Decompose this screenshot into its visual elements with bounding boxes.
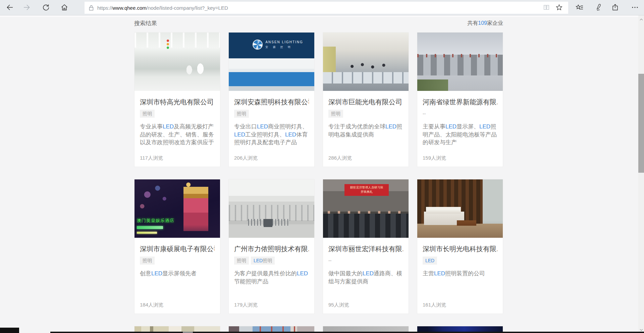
text-segment: 照明 <box>143 111 152 116</box>
company-card-body: 深圳市巨能光电有限公司 照明 专注于成为优质的全球LED照明电器集成提供商 28… <box>323 91 409 167</box>
company-card-body: 深圳市丽世宏洋科技有限... -- 做中国最大的LED通路商、模组与方案提供商 … <box>323 238 409 314</box>
company-name[interactable]: 深圳市特高光电有限公司 <box>140 98 215 107</box>
company-photo[interactable] <box>229 179 314 238</box>
text-segment: 显示屏领先者 <box>162 270 197 277</box>
add-favorite-button[interactable] <box>553 2 566 13</box>
led-highlight-text: LED <box>163 123 174 130</box>
lock-icon <box>89 5 94 11</box>
company-photo[interactable] <box>417 33 503 91</box>
led-highlight-text: LED <box>479 123 490 130</box>
photo-company-sign: ANSEN LIGHTING安 森 照 明 <box>253 40 303 50</box>
reading-view-book-icon <box>543 4 550 12</box>
chevron-up-icon <box>639 16 643 22</box>
company-card-body: 深圳市康硕展电子有限公司 照明 创意LED显示屏领先者 184人浏览 <box>135 238 220 314</box>
company-tags: LED <box>423 257 497 265</box>
company-tags: 照明 <box>328 110 403 118</box>
text-segment: 工业照明灯具、 <box>245 131 285 138</box>
company-card-body: 深圳安森照明科技有限公司 照明 专业出口LED商业照明灯具、LED工业照明灯具、… <box>229 91 314 167</box>
favorite-star-icon <box>555 4 563 12</box>
company-description: 专业从事LED及高频无极灯产品的研发、生产、销售、服务以及市政照明改造方案供应于… <box>140 123 215 147</box>
company-tags: 照明LED照明 <box>234 257 309 265</box>
home-icon <box>60 3 68 12</box>
led-highlight-text: LED <box>254 258 263 263</box>
url-text[interactable]: https://www.qhee.com/node/listed-company… <box>97 5 228 11</box>
company-card-body: 深圳市长明光电科技有限... LED 主营LED照明装置的公司 161人浏览 <box>417 238 503 314</box>
company-name[interactable]: 深圳市长明光电科技有限... <box>423 244 497 254</box>
text-segment: 主营 <box>423 270 434 277</box>
company-photo[interactable] <box>323 33 409 91</box>
company-name[interactable]: 深圳市巨能光电有限公司 <box>328 98 403 107</box>
company-view-count: 286人浏览 <box>328 155 403 161</box>
back-arrow-icon <box>6 3 14 12</box>
refresh-button[interactable] <box>39 1 53 14</box>
company-description: 做中国最大的LED通路商、模组与方案提供商 <box>328 270 403 293</box>
company-description: 为客户提供最具性价比的LED节能照明产品 <box>234 270 309 293</box>
hub-star-list-icon <box>576 3 584 12</box>
no-tag-placeholder: -- <box>423 111 426 116</box>
home-button[interactable] <box>57 1 72 14</box>
bottom-strip-gray-segment <box>183 332 193 333</box>
company-description: 专业出口LED商业照明灯具、LED工业照明灯具、LED体育照明灯具及配套电子产品 <box>234 123 309 147</box>
company-photo[interactable] <box>417 179 503 238</box>
company-name[interactable]: 深圳市康硕展电子有限公司 <box>140 244 215 254</box>
led-highlight-text: LED <box>385 123 396 130</box>
company-card-body: 河南省绿世界新能源有限... -- 主要从事LED显示屏、LED照明产品、太阳能… <box>417 91 503 167</box>
company-card[interactable]: 深圳市特高光电有限公司 照明 专业从事LED及高频无极灯产品的研发、生产、销售、… <box>134 32 220 167</box>
company-photo[interactable]: 澳门英皇娱乐酒店 <box>135 179 220 238</box>
company-card[interactable]: 丽世宏洋管理人员研习班开班典礼 深圳市丽世宏洋科技有限... -- 做中国最大的… <box>323 179 409 314</box>
company-card[interactable]: 广州市力侬照明技术有限... 照明LED照明 为客户提供最具性价比的LED节能照… <box>228 179 315 314</box>
photo-banner-line: 开班典礼 <box>346 190 388 195</box>
company-card[interactable]: 河南省绿世界新能源有限... -- 主要从事LED显示屏、LED照明产品、太阳能… <box>417 32 503 167</box>
company-name[interactable]: 广州市力侬照明技术有限... <box>234 244 309 254</box>
company-name[interactable]: 河南省绿世界新能源有限... <box>423 98 497 107</box>
page-content: 搜索结果 共有109家企业 深圳市特高光电有限公司 照明 专业从事LED及高频无… <box>0 15 638 333</box>
count-number: 109 <box>478 20 487 26</box>
results-title: 搜索结果 <box>134 19 157 27</box>
scrollbar-thumb[interactable] <box>638 74 644 173</box>
more-actions-button[interactable] <box>627 1 643 14</box>
photo-banner-line: 丽世宏洋管理人员研习班 <box>346 185 388 190</box>
neon-glow-bar <box>137 226 163 229</box>
text-segment: 节能照明产品 <box>234 278 268 285</box>
url-path: /node/listed-company/list?_key=LED <box>147 5 228 11</box>
text-segment: 为客户提供最具性价比的 <box>234 270 297 277</box>
company-card[interactable]: 深圳市巨能光电有限公司 照明 专注于成为优质的全球LED照明电器集成提供商 28… <box>323 32 409 167</box>
company-card[interactable]: 深圳市长明光电科技有限... LED 主营LED照明装置的公司 161人浏览 <box>417 179 503 314</box>
company-card[interactable]: 澳门英皇娱乐酒店 深圳市康硕展电子有限公司 照明 创意LED显示屏领先者 184… <box>134 179 220 314</box>
reading-view-button[interactable] <box>540 2 553 13</box>
text-segment: 照明装置的公司 <box>445 270 485 277</box>
browser-toolbar: https://www.qhee.com/node/listed-company… <box>0 0 644 15</box>
photo-sign-text: ANSEN LIGHTING安 森 照 明 <box>265 40 303 49</box>
company-tags: 照明 <box>140 257 215 265</box>
company-description: 专注于成为优质的全球LED照明电器集成提供商 <box>328 123 403 147</box>
address-bar[interactable]: https://www.qhee.com/node/listed-company… <box>85 2 568 14</box>
company-card[interactable]: ANSEN LIGHTING安 森 照 明 深圳安森照明科技有限公司 照明 专业… <box>228 32 315 167</box>
text-segment: 照明 <box>263 258 272 263</box>
company-photo[interactable] <box>135 33 220 91</box>
back-button[interactable] <box>2 1 17 14</box>
company-view-count: 184人浏览 <box>140 302 215 308</box>
led-highlight-text: LED <box>297 270 308 277</box>
company-name[interactable]: 深圳安森照明科技有限公司 <box>234 98 309 107</box>
company-photo[interactable]: ANSEN LIGHTING安 森 照 明 <box>229 33 314 91</box>
company-view-count: 179人浏览 <box>234 302 309 308</box>
company-tag: 照明 <box>140 110 155 118</box>
forward-button[interactable] <box>19 1 34 14</box>
url-host: www.qhee.com <box>112 5 147 11</box>
company-name[interactable]: 深圳市丽世宏洋科技有限... <box>328 244 403 254</box>
text-segment: 做中国最大的 <box>328 270 363 277</box>
favorites-hub-button[interactable] <box>572 1 587 14</box>
share-button[interactable] <box>607 1 623 14</box>
company-tag: 照明 <box>234 110 249 118</box>
share-icon <box>611 3 619 12</box>
scroll-up-button[interactable] <box>638 16 644 22</box>
bottom-dark-strip <box>50 332 644 333</box>
web-note-button[interactable] <box>590 1 606 14</box>
text-segment: 专业从事 <box>140 123 163 130</box>
vertical-scrollbar[interactable] <box>638 15 644 333</box>
company-photo[interactable]: 丽世宏洋管理人员研习班开班典礼 <box>323 179 409 238</box>
led-highlight-text: LED <box>425 258 434 263</box>
photo-neon-sign-text: 澳门英皇娱乐酒店 <box>137 218 174 224</box>
company-card-body: 深圳市特高光电有限公司 照明 专业从事LED及高频无极灯产品的研发、生产、销售、… <box>135 91 220 167</box>
company-tags: 照明 <box>140 110 215 118</box>
